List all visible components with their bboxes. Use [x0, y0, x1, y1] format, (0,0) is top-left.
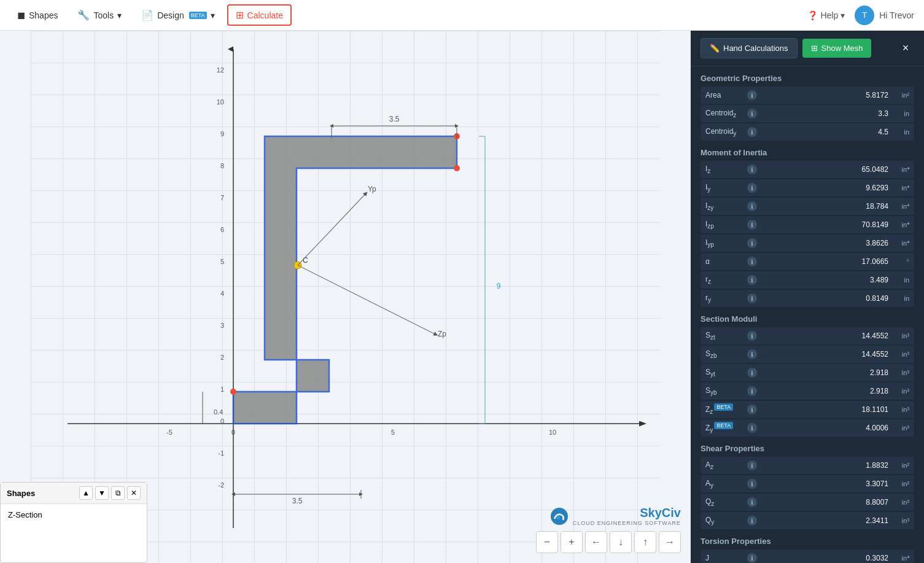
- pan-left-button[interactable]: ←: [585, 531, 607, 553]
- j-info[interactable]: ℹ: [747, 553, 757, 563]
- iy-unit: in⁴: [892, 184, 909, 192]
- nav-calculate[interactable]: ⊞ Calculate: [227, 4, 292, 26]
- shapes-move-up[interactable]: ▲: [79, 486, 93, 500]
- izp-row: Izp ℹ 70.8149 in⁴: [701, 216, 914, 233]
- ry-unit: in: [892, 295, 909, 302]
- hand-calculations-button[interactable]: ✏️ Hand Calculations: [701, 38, 798, 58]
- izy-unit: in⁴: [892, 203, 909, 211]
- design-dropdown-icon: ▾: [211, 10, 215, 20]
- shapes-copy[interactable]: ⧉: [111, 486, 125, 500]
- centroidz-info[interactable]: ℹ: [747, 109, 757, 118]
- svg-text:3: 3: [220, 322, 224, 329]
- show-mesh-button[interactable]: ⊞ Show Mesh: [802, 39, 872, 58]
- pan-up-button[interactable]: ↑: [634, 531, 656, 553]
- beta-badge: BETA: [189, 12, 207, 19]
- iz-row: Iz ℹ 65.0482 in⁴: [701, 161, 914, 178]
- ay-unit: in²: [892, 480, 909, 487]
- zz-info[interactable]: ℹ: [747, 405, 757, 414]
- syb-value: 2.918: [762, 387, 888, 395]
- nav-shapes[interactable]: ◼ Shapes: [10, 6, 65, 25]
- iz-value: 65.0482: [762, 165, 888, 174]
- shapes-sidebar: Shapes ▲ ▼ ⧉ ✕ Z-Section: [0, 482, 147, 563]
- ry-info[interactable]: ℹ: [747, 293, 757, 303]
- iyp-label: Iyp: [705, 238, 742, 248]
- az-unit: in²: [892, 462, 909, 469]
- j-label: J: [705, 554, 742, 562]
- iyp-row: Iyp ℹ 3.8626 in⁴: [701, 235, 914, 252]
- canvas-area[interactable]: 0 5 10 0 1 2 3 4 5 6 7 8 9 10 12 -1 -2 -…: [0, 31, 691, 563]
- svg-text:8: 8: [220, 162, 224, 169]
- area-row: Area ℹ 5.8172 in²: [701, 87, 914, 104]
- syt-row: Syt ℹ 2.918 in³: [701, 364, 914, 381]
- az-info[interactable]: ℹ: [747, 460, 757, 470]
- qy-value: 2.3411: [762, 516, 888, 525]
- izp-value: 70.8149: [762, 220, 888, 229]
- zz-value: 18.1101: [762, 405, 888, 414]
- nav-design[interactable]: 📄 Design BETA ▾: [134, 6, 222, 25]
- syb-info[interactable]: ℹ: [747, 386, 757, 396]
- alpha-info[interactable]: ℹ: [747, 257, 757, 266]
- rz-info[interactable]: ℹ: [747, 275, 757, 285]
- szt-value: 14.4552: [762, 332, 888, 340]
- ay-info[interactable]: ℹ: [747, 479, 757, 489]
- rz-unit: in: [892, 276, 909, 284]
- qz-info[interactable]: ℹ: [747, 497, 757, 507]
- zy-unit: in³: [892, 424, 909, 432]
- zz-beta-badge: BETA: [714, 403, 733, 411]
- user-menu[interactable]: T Hi Trevor: [855, 6, 914, 25]
- svg-text:9: 9: [220, 130, 224, 138]
- iy-info[interactable]: ℹ: [747, 183, 757, 193]
- moduli-section-title: Section Moduli: [701, 314, 914, 324]
- zoom-in-button[interactable]: +: [561, 531, 583, 553]
- torsion-section-title: Torsion Properties: [701, 537, 914, 546]
- design-icon: 📄: [141, 9, 153, 21]
- svg-text:0.4: 0.4: [214, 408, 223, 416]
- main-layout: 0 5 10 0 1 2 3 4 5 6 7 8 9 10 12 -1 -2 -…: [0, 31, 924, 563]
- szt-label: Szt: [705, 331, 742, 341]
- qy-info[interactable]: ℹ: [747, 516, 757, 526]
- shapes-delete[interactable]: ✕: [127, 486, 141, 500]
- iy-row: Iy ℹ 9.6293 in⁴: [701, 179, 914, 196]
- szb-info[interactable]: ℹ: [747, 349, 757, 359]
- nav-right: ❓ Help ▾ T Hi Trevor: [807, 6, 914, 25]
- centroidz-unit: in: [892, 110, 909, 117]
- qy-label: Qy: [705, 516, 742, 526]
- tools-icon: 🔧: [77, 9, 90, 21]
- svg-text:10: 10: [549, 429, 556, 436]
- syb-row: Syb ℹ 2.918 in³: [701, 382, 914, 400]
- shapes-move-down[interactable]: ▼: [95, 486, 109, 500]
- svg-text:3.5: 3.5: [389, 115, 400, 123]
- calculate-icon: ⊞: [236, 9, 244, 21]
- shape-item-zsection[interactable]: Z-Section: [3, 507, 144, 523]
- centroidz-label: Centroidz: [705, 109, 742, 118]
- ay-row: Ay ℹ 3.3071 in²: [701, 475, 914, 492]
- szt-info[interactable]: ℹ: [747, 331, 757, 341]
- shapes-icon: ◼: [17, 9, 25, 21]
- zoom-out-button[interactable]: −: [536, 531, 558, 553]
- centroidy-info[interactable]: ℹ: [747, 127, 757, 137]
- syt-info[interactable]: ℹ: [747, 368, 757, 378]
- svg-text:2: 2: [220, 354, 224, 361]
- pan-right-button[interactable]: →: [659, 531, 681, 553]
- shapes-title: Shapes: [7, 489, 35, 498]
- panel-content: Geometric Properties Area ℹ 5.8172 in² C…: [691, 66, 924, 563]
- help-button[interactable]: ❓ Help ▾: [807, 10, 845, 20]
- pan-down-button[interactable]: ↓: [610, 531, 632, 553]
- shear-section-title: Shear Properties: [701, 444, 914, 453]
- qz-label: Qz: [705, 497, 742, 507]
- skyciv-logo-icon: [549, 507, 569, 526]
- shapes-empty: [1, 526, 147, 562]
- close-panel-button[interactable]: ×: [897, 40, 914, 57]
- iyp-info[interactable]: ℹ: [747, 238, 757, 248]
- qz-value: 8.8007: [762, 498, 888, 507]
- izp-info[interactable]: ℹ: [747, 220, 757, 230]
- j-value: 0.3032: [762, 554, 888, 562]
- ry-value: 0.8149: [762, 294, 888, 303]
- zy-info[interactable]: ℹ: [747, 423, 757, 433]
- svg-text:12: 12: [217, 66, 224, 74]
- nav-tools[interactable]: 🔧 Tools ▾: [70, 6, 129, 25]
- izy-info[interactable]: ℹ: [747, 201, 757, 211]
- iz-info[interactable]: ℹ: [747, 165, 757, 174]
- syb-unit: in³: [892, 387, 909, 395]
- area-info[interactable]: ℹ: [747, 90, 757, 100]
